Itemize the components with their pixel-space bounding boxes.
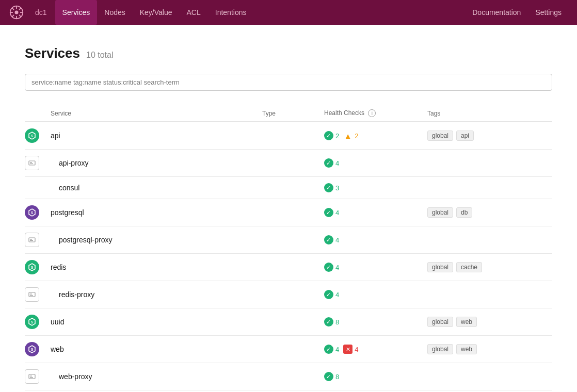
health-check-warning: ▲2 (343, 131, 358, 140)
svc-name-cell[interactable]: postgresql-proxy (51, 226, 262, 254)
tag-badge[interactable]: web (456, 317, 477, 327)
svc-name-cell[interactable]: web (51, 336, 262, 363)
tags-container: globalapi (427, 130, 546, 141)
tag-badge[interactable]: api (456, 130, 474, 141)
check-warning-icon: ▲ (343, 131, 352, 140)
health-indicators: ✓3 (324, 183, 421, 192)
health-checks-label: Health Checks (324, 109, 364, 117)
table-row: web-proxy✓8 (25, 363, 552, 390)
tag-badge[interactable]: global (427, 207, 453, 218)
tag-badge[interactable]: global (427, 262, 453, 272)
proxy-icon (25, 156, 39, 170)
check-passed-icon: ✓ (324, 290, 333, 299)
tag-badge[interactable]: cache (456, 262, 482, 272)
check-count-green: 4 (335, 291, 339, 299)
check-count-green: 4 (335, 159, 339, 167)
check-count-green: 4 (335, 264, 339, 271)
svc-tags-cell: globaldb (427, 199, 552, 226)
search-input[interactable] (25, 74, 552, 91)
svc-type-cell (262, 363, 324, 390)
service-icon: S (25, 128, 39, 143)
svc-name: consul (51, 184, 79, 192)
table-row: S web✓4✕4globalweb (25, 336, 552, 363)
health-check-green: ✓4 (324, 235, 339, 244)
nav-item-keyvalue[interactable]: Key/Value (133, 0, 180, 25)
health-check-green: ✓4 (324, 345, 339, 354)
health-checks-info-icon[interactable]: i (368, 109, 376, 117)
svc-health-cell: ✓4 (324, 199, 427, 226)
check-passed-icon: ✓ (324, 317, 333, 326)
svc-health-cell: ✓2▲2 (324, 122, 427, 150)
svc-name-cell[interactable]: api (51, 122, 262, 150)
table-header-row: Service Type Health Checks i Tags (25, 105, 552, 122)
svc-type-cell (262, 199, 324, 226)
svc-tags-cell: globalapi (427, 122, 552, 150)
svc-name-cell[interactable]: consul (51, 177, 262, 199)
service-icon: S (25, 342, 39, 356)
tag-badge[interactable]: global (427, 344, 453, 354)
nav-item-documentation[interactable]: Documentation (465, 0, 528, 25)
svc-name-cell[interactable]: web-proxy (51, 363, 262, 390)
proxy-icon (25, 369, 39, 384)
svc-health-cell: ✓4 (324, 226, 427, 254)
table-row: S redis✓4globalcache (25, 254, 552, 281)
svc-type-cell (262, 254, 324, 281)
table-row: S uuid✓8globalweb (25, 308, 552, 336)
check-count-green: 3 (335, 184, 339, 192)
svc-name-cell[interactable]: redis (51, 254, 262, 281)
nav-right: Documentation Settings (465, 0, 569, 25)
svc-name-cell[interactable]: postgresql (51, 199, 262, 226)
svc-type-cell (262, 177, 324, 199)
svc-name: uuid (51, 318, 64, 326)
health-check-green: ✓3 (324, 183, 339, 192)
svc-icon-cell: S (25, 199, 51, 226)
svc-tags-cell: globalcache (427, 254, 552, 281)
svc-health-cell: ✓4✕4 (324, 336, 427, 363)
tag-badge[interactable]: global (427, 130, 453, 141)
svc-name-cell[interactable]: api-proxy (51, 150, 262, 177)
tag-badge[interactable]: global (427, 317, 453, 327)
check-count-green: 4 (335, 346, 339, 353)
nav-item-acl[interactable]: ACL (180, 0, 208, 25)
health-check-green: ✓4 (324, 263, 339, 272)
page-title: Services (25, 45, 80, 61)
nav-item-intentions[interactable]: Intentions (208, 0, 254, 25)
svg-text:S: S (31, 211, 34, 215)
svc-name-cell[interactable]: uuid (51, 308, 262, 336)
svc-health-cell: ✓3 (324, 177, 427, 199)
table-row: S postgresql✓4globaldb (25, 199, 552, 226)
check-passed-icon: ✓ (324, 208, 333, 217)
check-count-warning: 2 (355, 132, 358, 140)
logo (8, 4, 25, 21)
svc-name-cell[interactable]: redis-proxy (51, 281, 262, 308)
check-count-green: 2 (335, 132, 339, 140)
svc-health-cell: ✓4 (324, 150, 427, 177)
check-count-green: 8 (335, 373, 339, 381)
health-indicators: ✓4 (324, 235, 421, 244)
nav-item-nodes[interactable]: Nodes (97, 0, 132, 25)
nav-item-services[interactable]: Services (55, 0, 98, 25)
svc-health-cell: ✓8 (324, 308, 427, 336)
svc-icon-cell: S (25, 254, 51, 281)
svc-icon-cell: S (25, 308, 51, 336)
nav-item-settings[interactable]: Settings (528, 0, 569, 25)
svc-tags-cell (427, 177, 552, 199)
health-check-green: ✓2 (324, 131, 339, 140)
tag-badge[interactable]: web (456, 344, 477, 354)
svc-icon-cell (25, 281, 51, 308)
svg-line-6 (12, 8, 14, 10)
svg-text:S: S (31, 266, 34, 269)
svc-type-cell (262, 308, 324, 336)
check-count-green: 4 (335, 209, 339, 217)
health-check-green: ✓4 (324, 158, 339, 168)
check-passed-icon: ✓ (324, 345, 333, 354)
svg-line-9 (12, 15, 14, 17)
health-check-green: ✓8 (324, 317, 339, 326)
health-indicators: ✓4 (324, 158, 421, 168)
tag-badge[interactable]: db (456, 207, 472, 218)
tags-container: globalcache (427, 262, 546, 272)
nav-dc-label[interactable]: dc1 (31, 0, 51, 25)
health-indicators: ✓8 (324, 317, 421, 326)
svg-rect-17 (29, 238, 35, 242)
health-check-green: ✓4 (324, 208, 339, 217)
